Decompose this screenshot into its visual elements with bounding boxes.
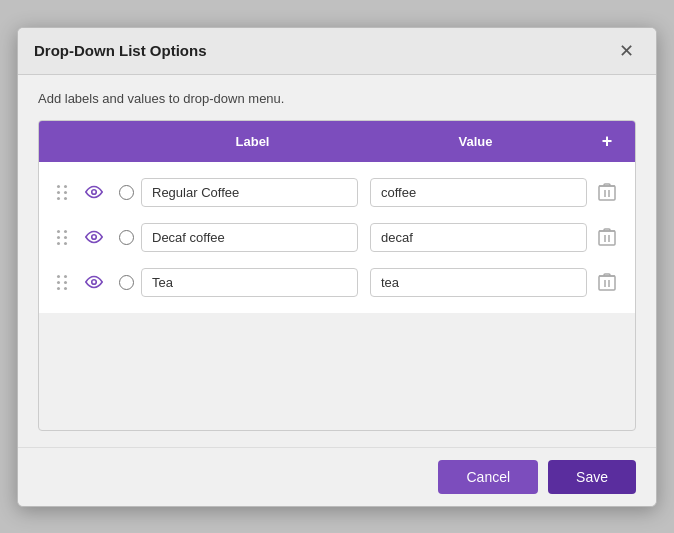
row-radio-2[interactable] — [111, 230, 141, 245]
options-table: Label Value + — [38, 120, 636, 431]
svg-point-10 — [92, 280, 97, 285]
table-header: Label Value + — [39, 121, 635, 162]
dialog-body: Add labels and values to drop-down menu.… — [18, 75, 656, 447]
value-input-1[interactable] — [370, 178, 587, 207]
svg-point-0 — [92, 190, 97, 195]
dialog-title: Drop-Down List Options — [34, 42, 206, 59]
drag-dots-1 — [57, 185, 68, 200]
save-button[interactable]: Save — [548, 460, 636, 494]
row-radio-3[interactable] — [111, 275, 141, 290]
table-row — [39, 215, 635, 260]
label-input-3[interactable] — [141, 268, 358, 297]
label-input-1[interactable] — [141, 178, 358, 207]
header-value: Value — [364, 134, 587, 149]
dialog-footer: Cancel Save — [18, 447, 656, 506]
value-input-2[interactable] — [370, 223, 587, 252]
svg-rect-6 — [599, 231, 615, 245]
drag-dots-2 — [57, 230, 68, 245]
delete-row-1[interactable] — [587, 182, 627, 202]
close-button[interactable]: ✕ — [613, 40, 640, 62]
drag-dots-3 — [57, 275, 68, 290]
drag-handle-3[interactable] — [47, 275, 77, 290]
drag-handle-2[interactable] — [47, 230, 77, 245]
dialog-description: Add labels and values to drop-down menu. — [38, 91, 636, 106]
drag-handle-1[interactable] — [47, 185, 77, 200]
svg-point-5 — [92, 235, 97, 240]
cancel-button[interactable]: Cancel — [438, 460, 538, 494]
delete-row-3[interactable] — [587, 272, 627, 292]
table-body — [39, 162, 635, 313]
svg-rect-1 — [599, 186, 615, 200]
visibility-toggle-3[interactable] — [77, 275, 111, 289]
table-row — [39, 170, 635, 215]
visibility-toggle-1[interactable] — [77, 185, 111, 199]
header-label: Label — [141, 134, 364, 149]
delete-row-2[interactable] — [587, 227, 627, 247]
value-input-3[interactable] — [370, 268, 587, 297]
svg-rect-11 — [599, 276, 615, 290]
visibility-toggle-2[interactable] — [77, 230, 111, 244]
table-row — [39, 260, 635, 305]
row-radio-1[interactable] — [111, 185, 141, 200]
label-input-2[interactable] — [141, 223, 358, 252]
add-row-button[interactable]: + — [587, 131, 627, 152]
dropdown-list-dialog: Drop-Down List Options ✕ Add labels and … — [17, 27, 657, 507]
dialog-header: Drop-Down List Options ✕ — [18, 28, 656, 75]
